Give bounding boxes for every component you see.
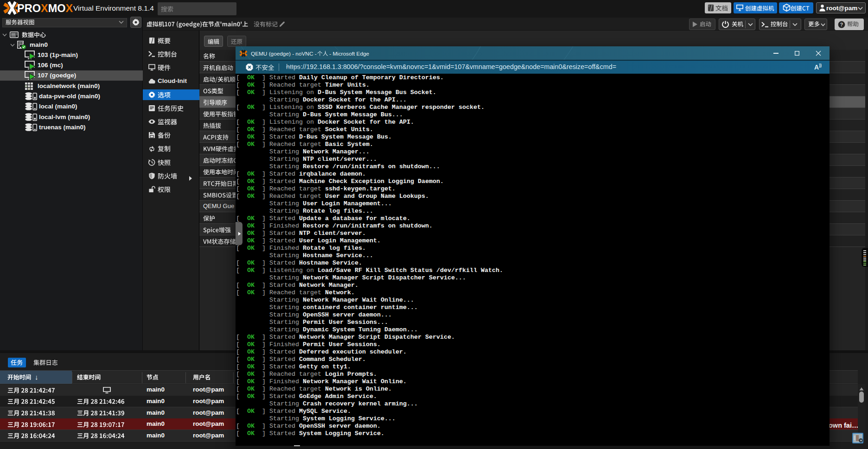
svg-text:?: ?: [840, 22, 843, 27]
